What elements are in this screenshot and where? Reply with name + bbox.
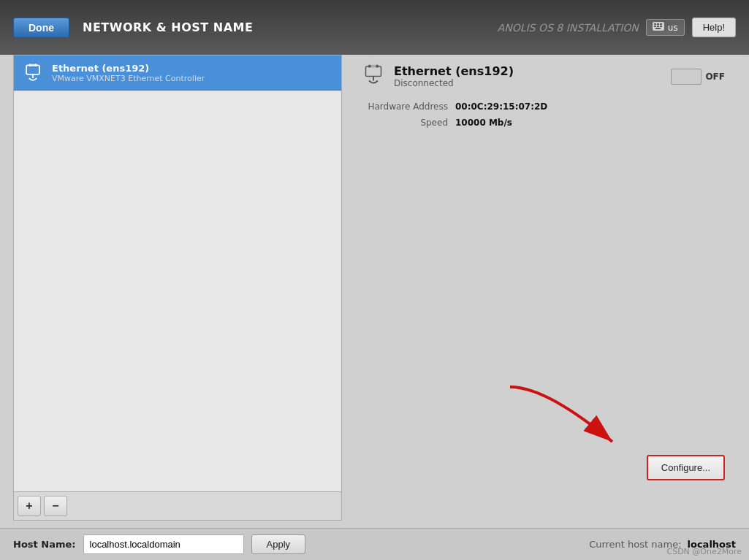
keyboard-icon	[653, 22, 664, 33]
hostname-input[interactable]	[83, 534, 244, 554]
svg-rect-3	[660, 23, 662, 25]
page-title: NETWORK & HOST NAME	[83, 20, 253, 34]
top-bar-right: ANOLIS OS 8 INSTALLATION us Help!	[498, 18, 736, 37]
ethernet-detail-icon	[360, 62, 387, 91]
keyboard-indicator: us	[646, 19, 685, 36]
done-button[interactable]: Done	[13, 18, 69, 38]
ethernet-title-group: Ethernet (ens192) Disconnected	[394, 64, 514, 88]
hardware-address-row: Hardware Address 00:0C:29:15:07:2D	[360, 101, 725, 112]
ethernet-status: Disconnected	[394, 78, 514, 88]
svg-rect-1	[654, 23, 656, 25]
network-list: Ethernet (ens192) VMware VMXNET3 Etherne…	[14, 55, 341, 491]
svg-rect-4	[654, 26, 656, 27]
anolis-title: ANOLIS OS 8 INSTALLATION	[498, 22, 639, 34]
top-bar: Done NETWORK & HOST NAME ANOLIS OS 8 INS…	[0, 0, 749, 55]
ethernet-detail-panel: Ethernet (ens192) Disconnected OFF Hardw…	[349, 55, 736, 521]
svg-rect-13	[366, 66, 381, 77]
speed-row: Speed 10000 Mb/s	[360, 118, 725, 128]
svg-rect-16	[371, 65, 376, 68]
speed-label: Speed	[360, 118, 448, 128]
speed-value: 10000 Mb/s	[455, 118, 512, 128]
svg-rect-5	[657, 26, 659, 27]
ethernet-toggle[interactable]	[671, 69, 702, 85]
main-content: Ethernet (ens192) VMware VMXNET3 Etherne…	[0, 55, 749, 560]
svg-rect-7	[655, 28, 661, 29]
svg-rect-6	[660, 26, 662, 27]
toggle-label: OFF	[705, 72, 725, 82]
svg-rect-9	[29, 64, 31, 67]
apply-button[interactable]: Apply	[251, 534, 306, 554]
arrow-annotation	[488, 372, 649, 462]
toggle-container: OFF	[671, 69, 725, 85]
network-item-subtitle: VMware VMXNET3 Ethernet Controller	[52, 74, 205, 83]
svg-rect-8	[26, 65, 39, 74]
hardware-address-value: 00:0C:29:15:07:2D	[455, 101, 547, 112]
ethernet-name: Ethernet (ens192)	[394, 64, 514, 78]
ethernet-icon	[21, 61, 45, 85]
hostname-label: Host Name:	[13, 539, 76, 550]
hardware-address-label: Hardware Address	[360, 101, 448, 112]
list-item[interactable]: Ethernet (ens192) VMware VMXNET3 Etherne…	[14, 55, 341, 91]
network-item-info: Ethernet (ens192) VMware VMXNET3 Etherne…	[52, 63, 205, 83]
svg-rect-2	[657, 23, 659, 25]
add-network-button[interactable]: +	[18, 496, 41, 516]
remove-network-button[interactable]: −	[44, 496, 67, 516]
list-controls: + −	[14, 491, 341, 520]
watermark: CSDN @One2More	[666, 547, 742, 556]
svg-rect-11	[31, 64, 34, 67]
svg-rect-10	[35, 64, 37, 67]
network-item-name: Ethernet (ens192)	[52, 63, 205, 74]
configure-button[interactable]: Configure...	[647, 455, 725, 480]
svg-rect-14	[368, 65, 370, 68]
svg-rect-15	[376, 65, 379, 68]
help-button[interactable]: Help!	[692, 18, 736, 37]
keyboard-lang: us	[668, 23, 678, 33]
ethernet-header: Ethernet (ens192) Disconnected OFF	[360, 62, 725, 91]
panels: Ethernet (ens192) VMware VMXNET3 Etherne…	[0, 55, 749, 528]
network-list-panel: Ethernet (ens192) VMware VMXNET3 Etherne…	[13, 55, 342, 521]
bottom-bar: Host Name: Apply Current host name: loca…	[0, 528, 749, 560]
